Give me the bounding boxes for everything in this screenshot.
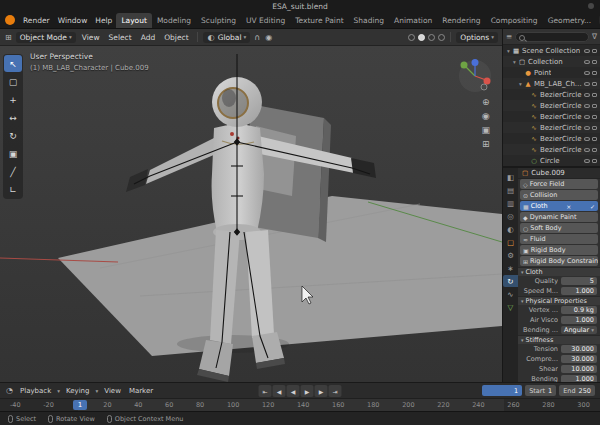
transform-orientation-dropdown[interactable]: ◐ Global ▾ xyxy=(203,32,251,43)
measure-tool[interactable]: ∟ xyxy=(4,181,22,198)
jump-end-button[interactable]: ⇥ xyxy=(329,385,342,397)
blender-logo-icon[interactable] xyxy=(5,15,15,25)
navigation-gizmo[interactable] xyxy=(457,58,493,94)
workspace-tab-layout[interactable]: Layout xyxy=(116,13,152,28)
soft-body-button[interactable]: ○ Soft Body xyxy=(520,223,598,233)
visibility-eye-icon[interactable] xyxy=(584,93,590,97)
workspace-tab-shading[interactable]: Shading xyxy=(349,13,389,28)
workspace-tab-geometry[interactable]: Geometry... xyxy=(543,13,596,28)
proportional-editing-icon[interactable]: ◉ xyxy=(264,33,273,42)
zoom-icon[interactable]: ⊕ xyxy=(481,98,490,107)
outliner-row-beziercircle[interactable]: ∿ BezierCircle xyxy=(503,122,600,133)
outliner-root-row[interactable]: ▾ ▦ Scene Collection xyxy=(503,45,600,56)
visibility-eye-icon[interactable] xyxy=(584,104,590,108)
speed-multiplier-field[interactable]: 1.000 xyxy=(561,287,597,295)
shading-solid-icon[interactable] xyxy=(418,34,425,41)
frame-end-field[interactable]: End 250 xyxy=(559,385,595,396)
window-status-icon[interactable] xyxy=(588,3,594,9)
outliner-row-point[interactable]: ● Point xyxy=(503,67,600,78)
display-mode-icon[interactable]: ≡ xyxy=(506,32,512,41)
menu-marker[interactable]: Marker xyxy=(127,387,155,395)
shading-wireframe-icon[interactable] xyxy=(408,34,415,41)
visibility-eye-icon[interactable] xyxy=(584,60,590,64)
visibility-eye-icon[interactable] xyxy=(584,49,590,53)
air-viscosity-field[interactable]: 1.000 xyxy=(561,316,597,324)
render-camera-icon[interactable] xyxy=(592,93,597,97)
visibility-eye-icon[interactable] xyxy=(584,126,590,130)
outliner-row-beziercircle[interactable]: ∿ BezierCircle xyxy=(503,144,600,155)
render-camera-icon[interactable] xyxy=(592,148,597,152)
outliner-row-beziercircle[interactable]: ∿ BezierCircle xyxy=(503,133,600,144)
cursor-tool[interactable]: + xyxy=(4,91,22,108)
filter-funnel-icon[interactable]: ∇ xyxy=(592,32,597,41)
visibility-eye-icon[interactable] xyxy=(584,137,590,141)
workspace-tab-uv-editing[interactable]: UV Editing xyxy=(241,13,290,28)
physical-properties-section-header[interactable]: ▾ Physical Properties xyxy=(518,296,600,305)
object-properties-tab[interactable]: ▢ xyxy=(503,236,518,248)
prev-keyframe-button[interactable]: ◀ xyxy=(273,385,286,397)
world-properties-tab[interactable]: ◐ xyxy=(503,223,518,235)
render-camera-icon[interactable] xyxy=(592,104,597,108)
shading-rendered-icon[interactable] xyxy=(438,34,445,41)
outliner-row-circle[interactable]: ○ Circle xyxy=(503,155,600,166)
compression-field[interactable]: 30.000 xyxy=(561,355,597,363)
particles-properties-tab[interactable]: ∗ xyxy=(503,262,518,274)
render-camera-icon[interactable] xyxy=(592,137,597,141)
box-select-tool[interactable]: ▢ xyxy=(4,73,22,90)
workspace-tab-compositing[interactable]: Compositing xyxy=(486,13,543,28)
workspace-tab-rendering[interactable]: Rendering xyxy=(437,13,485,28)
render-camera-icon[interactable] xyxy=(592,115,597,119)
snap-magnet-icon[interactable]: ∩ xyxy=(253,33,261,42)
workspace-tab-modeling[interactable]: Modeling xyxy=(152,13,196,28)
timeline-ruler[interactable]: -40-200204060801001201401601802002202402… xyxy=(0,398,600,411)
shear-field[interactable]: 10.000 xyxy=(561,365,597,373)
outliner-search-input[interactable] xyxy=(515,32,589,42)
next-keyframe-button[interactable]: ▶ xyxy=(315,385,328,397)
expander-icon[interactable]: ▾ xyxy=(511,59,518,65)
workspace-tab-texture-paint[interactable]: Texture Paint xyxy=(290,13,348,28)
outliner-row-beziercircle[interactable]: ∿ BezierCircle xyxy=(503,100,600,111)
view-layer-properties-tab[interactable]: ▥ xyxy=(503,197,518,209)
grid-toggle-icon[interactable]: ⊞ xyxy=(481,140,490,149)
options-dropdown[interactable]: Options ▾ xyxy=(456,32,498,43)
cloth-enabled-checkbox[interactable]: ✓ xyxy=(590,203,595,210)
play-button[interactable]: ▶ xyxy=(301,385,314,397)
menu-keying[interactable]: Keying xyxy=(64,387,92,395)
menu-window[interactable]: Window xyxy=(54,14,92,27)
visibility-eye-icon[interactable] xyxy=(584,115,590,119)
render-camera-icon[interactable] xyxy=(592,49,597,53)
output-properties-tab[interactable]: ▤ xyxy=(503,184,518,196)
menu-add[interactable]: Add xyxy=(138,32,159,43)
timeline-editor-icon[interactable]: ◔ xyxy=(5,386,14,395)
rigid-body-button[interactable]: ▣ Rigid Body xyxy=(520,245,598,255)
menu-object[interactable]: Object xyxy=(161,32,191,43)
visibility-eye-icon[interactable] xyxy=(584,71,590,75)
rigid-body-constraint-button[interactable]: ⊞ Rigid Body Constraint xyxy=(520,256,598,266)
jump-start-button[interactable]: ⇤ xyxy=(259,385,272,397)
render-camera-icon[interactable] xyxy=(592,126,597,130)
expander-icon[interactable]: ▾ xyxy=(517,81,524,87)
menu-view-timeline[interactable]: View xyxy=(102,387,123,395)
outliner-row-mb-lab-character[interactable]: ▾ ▲ MB_LAB_Charact... xyxy=(503,78,600,89)
editor-type-icon[interactable]: ⊞ xyxy=(4,33,13,42)
tension-field[interactable]: 30.000 xyxy=(561,345,597,353)
visibility-eye-icon[interactable] xyxy=(584,159,590,163)
play-reverse-button[interactable]: ◀ xyxy=(287,385,300,397)
outliner-row-beziercircle[interactable]: ∿ BezierCircle xyxy=(503,89,600,100)
render-camera-icon[interactable] xyxy=(592,60,597,64)
playhead[interactable]: 1 xyxy=(73,400,87,410)
camera-view-icon[interactable]: ▣ xyxy=(481,126,490,135)
move-tool[interactable]: ↔ xyxy=(4,109,22,126)
cloth-section-header[interactable]: ▾ Cloth xyxy=(518,267,600,276)
modifier-properties-tab[interactable]: ⚙ xyxy=(503,249,518,261)
force-field-button[interactable]: ◇ Force Field xyxy=(520,179,598,189)
pan-icon[interactable]: ◉ xyxy=(481,112,490,121)
object-data-properties-tab[interactable]: ▽ xyxy=(503,301,518,313)
vertex-mass-field[interactable]: 0.9 kg xyxy=(561,306,597,314)
scale-tool[interactable]: ▣ xyxy=(4,145,22,162)
dynamic-paint-button[interactable]: ◆ Dynamic Paint xyxy=(520,212,598,222)
scene-properties-tab[interactable]: ◎ xyxy=(503,210,518,222)
menu-playback[interactable]: Playback xyxy=(18,387,53,395)
expander-icon[interactable]: ▾ xyxy=(505,48,512,54)
annotate-tool[interactable]: ╱ xyxy=(4,163,22,180)
